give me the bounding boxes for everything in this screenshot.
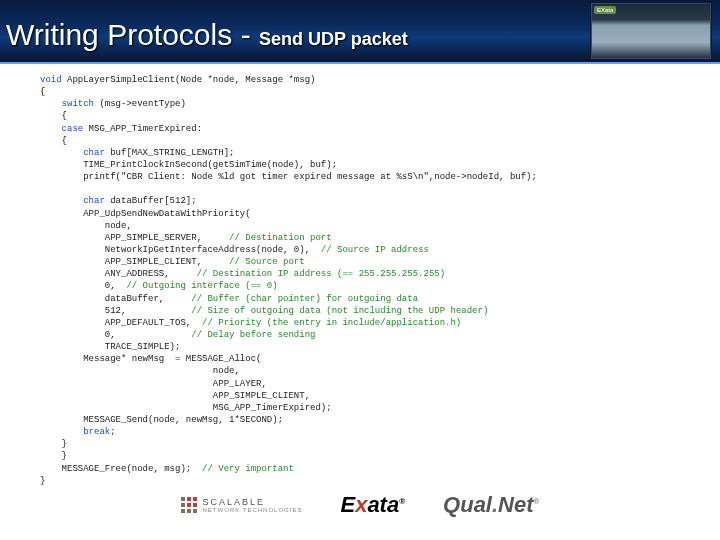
code-comment: // Size of outgoing data (not including … xyxy=(191,306,488,316)
thumbnail-tag: EXata xyxy=(594,6,616,14)
title-main: Writing Protocols xyxy=(6,18,232,51)
code-text: } xyxy=(40,439,67,449)
code-text: Message* newMsg = MESSAGE_Alloc( xyxy=(40,354,261,364)
title-subtitle: Send UDP packet xyxy=(259,29,408,49)
footer-logos: SCALABLE NETWORK TECHNOLOGIES Exata® Qua… xyxy=(0,480,720,530)
code-keyword: switch xyxy=(40,99,94,109)
code-text: APP_LAYER, xyxy=(40,379,267,389)
registered-icon: ® xyxy=(399,497,405,506)
logo-scalable: SCALABLE NETWORK TECHNOLOGIES xyxy=(181,497,303,513)
code-text: NetworkIpGetInterfaceAddress(node, 0), xyxy=(40,245,321,255)
code-text: APP_DEFAULT_TOS, xyxy=(40,318,202,328)
code-comment: // Priority (the entry in include/applic… xyxy=(202,318,461,328)
code-text: TIME_PrintClockInSecond(getSimTime(node)… xyxy=(40,160,337,170)
code-keyword: char xyxy=(40,148,105,158)
scalable-text-bottom: NETWORK TECHNOLOGIES xyxy=(203,507,303,513)
code-text: TRACE_SIMPLE); xyxy=(40,342,180,352)
slide-title: Writing Protocols - Send UDP packet xyxy=(6,18,408,52)
slide-header: EXata Writing Protocols - Send UDP packe… xyxy=(0,0,720,64)
code-text: { xyxy=(40,87,45,97)
code-keyword: case xyxy=(40,124,83,134)
code-text: APP_UdpSendNewDataWithPriority( xyxy=(40,209,251,219)
code-comment: // Destination port xyxy=(229,233,332,243)
code-text: { xyxy=(40,111,67,121)
code-text: node, xyxy=(40,221,132,231)
code-text: APP_SIMPLE_SERVER, xyxy=(40,233,229,243)
code-text: 0, xyxy=(40,281,126,291)
qualnet-text: Net xyxy=(498,492,533,517)
exata-x: x xyxy=(355,492,367,517)
code-comment: // Very important xyxy=(202,464,294,474)
code-text: ; xyxy=(110,427,115,437)
logo-qualnet: Qual.Net® xyxy=(443,492,539,518)
exata-text: ata xyxy=(367,492,399,517)
code-keyword: break xyxy=(40,427,110,437)
code-text: 512, xyxy=(40,306,191,316)
scalable-icon xyxy=(181,497,197,513)
registered-icon: ® xyxy=(534,497,540,506)
code-text: node, xyxy=(40,366,240,376)
title-separator: - xyxy=(241,18,251,51)
code-text: APP_SIMPLE_CLIENT, xyxy=(40,257,229,267)
code-text: APP_SIMPLE_CLIENT, xyxy=(40,391,310,401)
scalable-text: SCALABLE NETWORK TECHNOLOGIES xyxy=(203,497,303,513)
code-text: MSG_APP_TimerExpired: xyxy=(83,124,202,134)
code-text: { xyxy=(40,136,67,146)
code-text: (msg->eventType) xyxy=(94,99,186,109)
code-keyword: void xyxy=(40,75,62,85)
qualnet-text: Qual xyxy=(443,492,492,517)
code-text: printf("CBR Client: Node %ld got timer e… xyxy=(40,172,537,182)
code-comment: // Outgoing interface (== 0) xyxy=(126,281,277,291)
code-text: MESSAGE_Send(node, newMsg, 1*SECOND); xyxy=(40,415,283,425)
scalable-text-top: SCALABLE xyxy=(203,497,266,507)
exata-text: E xyxy=(340,492,355,517)
code-text: dataBuffer[512]; xyxy=(105,196,197,206)
code-keyword: char xyxy=(40,196,105,206)
code-text: MESSAGE_Free(node, msg); xyxy=(40,464,202,474)
code-text: MSG_APP_TimerExpired); xyxy=(40,403,332,413)
code-text: AppLayerSimpleClient(Node *node, Message… xyxy=(62,75,316,85)
code-text: buf[MAX_STRING_LENGTH]; xyxy=(105,148,235,158)
code-text: } xyxy=(40,451,67,461)
corner-thumbnail: EXata xyxy=(590,2,712,60)
code-comment: // Buffer (char pointer) for outgoing da… xyxy=(191,294,418,304)
code-text: dataBuffer, xyxy=(40,294,191,304)
code-comment: // Delay before sending xyxy=(191,330,315,340)
code-block: void AppLayerSimpleClient(Node *node, Me… xyxy=(40,74,700,487)
logo-exata: Exata® xyxy=(340,492,405,518)
code-comment: // Destination IP address (== 255.255.25… xyxy=(197,269,445,279)
code-text: 0, xyxy=(40,330,191,340)
code-comment: // Source IP address xyxy=(321,245,429,255)
code-text: ANY_ADDRESS, xyxy=(40,269,197,279)
code-comment: // Source port xyxy=(229,257,305,267)
